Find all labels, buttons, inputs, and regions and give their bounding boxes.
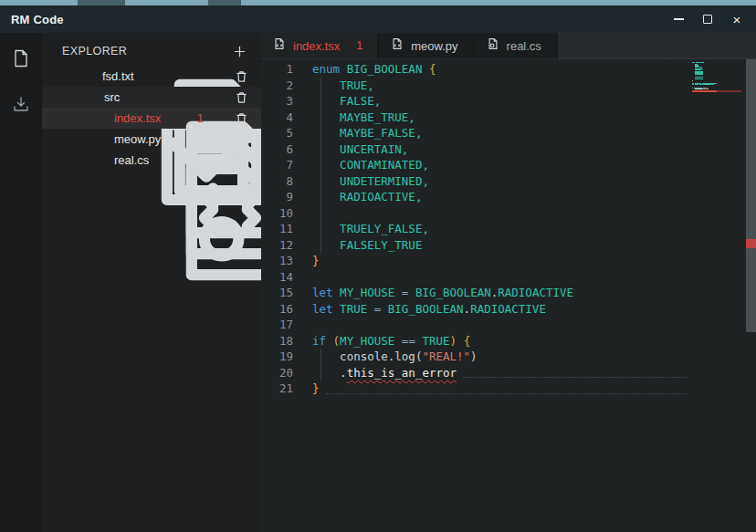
code-area: 1enum BIG_BOOLEAN {2 TRUE,3 FALSE,4 MAYB… — [261, 61, 691, 397]
file-name: src — [104, 90, 120, 104]
chevron-down-icon — [69, 91, 81, 103]
code-line-19[interactable]: 19 console.log("REAL!") — [261, 349, 691, 365]
line-number: 18 — [261, 333, 293, 349]
delete-file-button[interactable] — [233, 110, 249, 127]
indent-guide — [320, 125, 321, 141]
file-name: fsd.txt — [102, 69, 134, 83]
file-row-src[interactable]: src — [42, 87, 261, 108]
code-line-13[interactable]: 13} — [261, 253, 691, 269]
code-line-17[interactable]: 17 — [261, 317, 691, 333]
code-line-15[interactable]: 15let MY_HOUSE = BIG_BOOLEAN.RADIOACTIVE — [261, 285, 691, 301]
code-text: .this_is_an_error — [312, 365, 457, 381]
file-name: real.cs — [114, 153, 149, 167]
tab-real-cs[interactable]: real.cs — [475, 33, 556, 59]
indent-guide — [320, 189, 321, 205]
code-file-icon — [93, 111, 107, 125]
line-number: 7 — [261, 157, 293, 173]
delete-file-button[interactable] — [233, 68, 249, 85]
code-text: let MY_HOUSE = BIG_BOOLEAN.RADIOACTIVE — [312, 285, 573, 301]
line-number: 11 — [261, 221, 293, 237]
line-number: 19 — [261, 349, 293, 365]
accent-dark-patch — [78, 0, 125, 5]
trash-icon — [236, 91, 247, 104]
code-line-2[interactable]: 2 TRUE, — [261, 78, 691, 94]
editor: 1enum BIG_BOOLEAN {2 TRUE,3 FALSE,4 MAYB… — [261, 59, 756, 532]
code-line-16[interactable]: 16let TRUE = BIG_BOOLEAN.RADIOACTIVE — [261, 301, 691, 318]
code-file-icon — [93, 132, 107, 146]
code-line-11[interactable]: 11 TRUELY_FALSE, — [261, 221, 691, 237]
code-text: MAYBE_FALSE, — [312, 125, 422, 141]
line-number: 1 — [261, 61, 293, 78]
code-line-20[interactable]: 20 .this_is_an_error — [261, 365, 691, 381]
line-number: 8 — [261, 173, 293, 190]
indent-guide — [320, 110, 321, 126]
code-line-10[interactable]: 10 — [261, 205, 691, 222]
line-number: 13 — [261, 253, 293, 269]
scrollbar — [746, 59, 756, 532]
code-line-21[interactable]: 21} — [261, 381, 691, 397]
code-line-5[interactable]: 5 MAYBE_FALSE, — [261, 125, 691, 141]
close-button[interactable]: × — [729, 11, 745, 27]
delete-file-button[interactable] — [233, 152, 249, 169]
tab-error-badge: 1 — [356, 39, 362, 52]
minimize-button[interactable] — [670, 11, 687, 27]
file-name: meow.py — [114, 132, 161, 146]
code-line-14[interactable]: 14 — [261, 269, 691, 286]
line-number: 4 — [261, 110, 293, 126]
code-line-9[interactable]: 9 RADIOACTIVE, — [261, 189, 691, 205]
code-line-18[interactable]: 18if (MY_HOUSE == TRUE) { — [261, 333, 691, 349]
code-text: FALSE, — [312, 93, 381, 110]
file-row-real-cs[interactable]: real.cs — [42, 150, 261, 171]
maximize-button[interactable] — [699, 11, 716, 27]
tab-bar-empty-space — [558, 33, 756, 59]
code-line-4[interactable]: 4 MAYBE_TRUE, — [261, 110, 691, 126]
code-file-icon — [391, 37, 411, 54]
line-number: 12 — [261, 237, 293, 254]
indent-guide — [320, 157, 321, 173]
line-number: 5 — [261, 125, 293, 141]
line-number: 17 — [261, 317, 293, 333]
app-window: RM Code × EXPLORER fsd.txtsrcindex.tsx1m… — [0, 0, 756, 532]
indent-guide — [320, 141, 321, 158]
line-number: 14 — [261, 269, 293, 286]
code-text: let TRUE = BIG_BOOLEAN.RADIOACTIVE — [312, 301, 546, 318]
tab-label: index.tsx — [293, 39, 340, 53]
tab-meow-py[interactable]: meow.py — [379, 33, 472, 59]
minimap[interactable] — [692, 62, 726, 93]
scrollbar-thumb[interactable] — [746, 59, 756, 332]
indent-guide — [320, 173, 321, 190]
line-number: 9 — [261, 189, 293, 205]
code-text: enum BIG_BOOLEAN { — [312, 61, 436, 78]
code-file-icon — [273, 37, 293, 54]
code-line-3[interactable]: 3 FALSE, — [261, 93, 691, 110]
line-number: 20 — [261, 365, 293, 381]
error-count-badge: 1 — [197, 112, 204, 125]
file-row-index-tsx[interactable]: index.tsx1 — [42, 108, 261, 129]
tab-index-tsx[interactable]: index.tsx1 — [261, 33, 377, 59]
code-line-7[interactable]: 7 CONTAMINATED, — [261, 157, 691, 173]
delete-file-button[interactable] — [233, 131, 249, 148]
file-row-fsd-txt[interactable]: fsd.txt — [42, 66, 261, 87]
file-tree: fsd.txtsrcindex.tsx1meow.pyreal.cs — [42, 66, 261, 171]
trailing-dotted-line — [463, 365, 688, 379]
code-line-1[interactable]: 1enum BIG_BOOLEAN { — [261, 61, 691, 78]
explorer-file-icon[interactable] — [8, 46, 34, 71]
code-text: MAYBE_TRUE, — [312, 110, 415, 126]
indent-guide — [320, 365, 321, 381]
new-file-button[interactable] — [230, 42, 248, 60]
code-text: UNDETERMINED, — [312, 173, 429, 190]
cs-file-icon — [487, 37, 507, 54]
folder-icon — [83, 90, 97, 104]
code-line-8[interactable]: 8 UNDETERMINED, — [261, 173, 691, 190]
file-row-meow-py[interactable]: meow.py — [42, 129, 261, 150]
delete-file-button[interactable] — [233, 89, 249, 106]
titlebar: RM Code × — [0, 5, 756, 33]
code-line-6[interactable]: 6 UNCERTAIN, — [261, 141, 691, 158]
text-file-icon — [81, 69, 95, 83]
indent-guide — [320, 93, 321, 110]
download-icon[interactable] — [8, 91, 34, 117]
code-line-12[interactable]: 12 FALSELY_TRUE — [261, 237, 691, 254]
tab-label: real.cs — [507, 39, 541, 53]
editor-group: index.tsx1meow.pyreal.cs 1enum BIG_BOOLE… — [261, 33, 756, 532]
code-text: console.log("REAL!") — [312, 349, 478, 365]
